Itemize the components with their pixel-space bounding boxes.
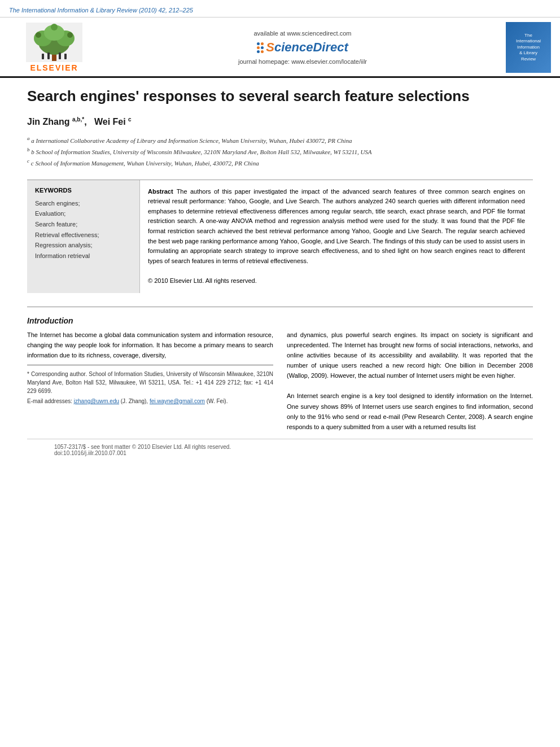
authors: Jin Zhang a,b,*, Wei Fei c (27, 116, 533, 127)
sd-dot-2 (261, 42, 264, 45)
footnote-email1-name: (J. Zhang), (119, 398, 148, 404)
affil-b: b b School of Information Studies, Unive… (27, 146, 533, 156)
header-logos: ELSEVIER available at www.sciencedirect.… (0, 18, 560, 78)
svg-rect-12 (64, 54, 67, 59)
keyword-3: Search feature; (35, 219, 132, 230)
keyword-abstract-row: KEYWORDS Search engines; Evaluation; Sea… (27, 180, 533, 293)
section-divider (27, 307, 533, 307)
footnote-email2-link[interactable]: fei.wayne@gmail.com (150, 398, 205, 404)
bottom-bar: 1057-2317/$ - see front matter © 2010 El… (27, 439, 533, 461)
footnote-area: * Corresponding author. School of Inform… (27, 365, 273, 405)
journal-homepage: journal homepage: www.elsevier.com/locat… (99, 58, 506, 65)
doi-line: doi:10.1016/j.iilr.2010.07.001 (54, 450, 506, 456)
badge-line-3: Information (517, 45, 540, 50)
affil-super-c: c (27, 158, 29, 164)
elsevier-logo: ELSEVIER (9, 23, 99, 72)
sd-dots-icon (257, 42, 264, 53)
affil-super-a: a (27, 136, 30, 141)
keyword-5: Regression analysis; (35, 240, 132, 251)
introduction-heading: Introduction (27, 316, 533, 325)
badge-line-5: Review (521, 56, 536, 62)
affil-a: a a International Collaborative Academy … (27, 135, 533, 145)
center-header: available at www.sciencedirect.com (99, 30, 506, 65)
keyword-6: Information retrieval (35, 251, 132, 261)
article-body: Search engines' responses to several sea… (0, 78, 560, 472)
sd-dot-1 (257, 42, 260, 45)
intro-two-col: The Internet has become a global data co… (27, 330, 533, 432)
intro-col-left: The Internet has become a global data co… (27, 330, 273, 432)
author-super-1: a,b,* (72, 116, 84, 123)
abstract-copyright: © 2010 Elsevier Ltd. All rights reserved… (148, 277, 257, 284)
abstract-box: AbstractThe authors of this paper invest… (140, 180, 533, 293)
keywords-title: KEYWORDS (35, 187, 132, 194)
intro-para-right-1: and dynamics, plus powerful search engin… (287, 330, 533, 381)
affil-b-text: b School of Information Studies, Univers… (31, 148, 371, 155)
svg-rect-11 (59, 53, 61, 59)
footnote-email-label: E-mail addresses: (27, 398, 72, 404)
keyword-1: Search engines; (35, 198, 132, 209)
intro-para-left: The Internet has become a global data co… (27, 330, 273, 360)
footnote-email2-name: (W. Fei). (205, 398, 228, 404)
intro-para-right-2: An Internet search engine is a key tool … (287, 391, 533, 432)
journal-header: The International Information & Library … (0, 0, 560, 18)
keyword-4: Retrieval effectiveness; (35, 230, 132, 241)
author-jin-zhang: Jin Zhang a,b,*, (27, 117, 87, 126)
keyword-2: Evaluation; (35, 208, 132, 219)
sd-dot-4 (261, 46, 264, 49)
badge-line-1: The (524, 33, 532, 38)
intro-col-right: and dynamics, plus powerful search engin… (287, 330, 533, 432)
available-text: available at www.sciencedirect.com (99, 30, 506, 37)
abstract-text: The authors of this paper investigated t… (148, 188, 525, 264)
affil-c: c c School of Information Management, Wu… (27, 158, 533, 168)
footnote-email-line: E-mail addresses: jzhang@uwm.edu (J. Zha… (27, 397, 273, 405)
journal-badge: The International Information & Library … (506, 22, 551, 73)
svg-point-6 (36, 32, 41, 38)
keywords-box: KEYWORDS Search engines; Evaluation; Sea… (27, 180, 140, 293)
sciencedirect-logo: ScienceDirect (99, 40, 506, 55)
svg-point-7 (67, 32, 73, 38)
affil-c-text: c School of Information Management, Wuha… (31, 160, 259, 167)
sd-dot-6 (261, 50, 264, 53)
badge-line-4: & Library (519, 50, 537, 56)
sciencedirect-text: ScienceDirect (266, 40, 348, 55)
abstract-label: Abstract (148, 188, 173, 195)
issn-line: 1057-2317/$ - see front matter © 2010 El… (54, 444, 506, 450)
svg-rect-9 (42, 54, 44, 59)
page: The International Information & Library … (0, 0, 560, 747)
footnote-email1-link[interactable]: jzhang@uwm.edu (74, 398, 119, 404)
affiliations: a a International Collaborative Academy … (27, 135, 533, 168)
footnote-corresponding: * Corresponding author. School of Inform… (27, 370, 273, 395)
author-super-2: c (128, 116, 132, 123)
affil-super-b: b (27, 147, 30, 152)
keywords-list: Search engines; Evaluation; Search featu… (35, 198, 132, 261)
svg-point-8 (51, 24, 58, 30)
elsevier-tree-icon (26, 23, 82, 62)
affil-a-text: a International Collaborative Academy of… (31, 137, 352, 144)
svg-rect-10 (47, 53, 50, 59)
article-title: Search engines' responses to several sea… (27, 87, 533, 106)
journal-title-top: The International Information & Library … (9, 7, 193, 14)
author-wei-fei: Wei Fei c (94, 117, 132, 126)
sd-dot-3 (257, 46, 260, 49)
sd-dot-5 (257, 50, 260, 53)
elsevier-text: ELSEVIER (30, 63, 78, 72)
badge-line-2: International (516, 38, 541, 44)
